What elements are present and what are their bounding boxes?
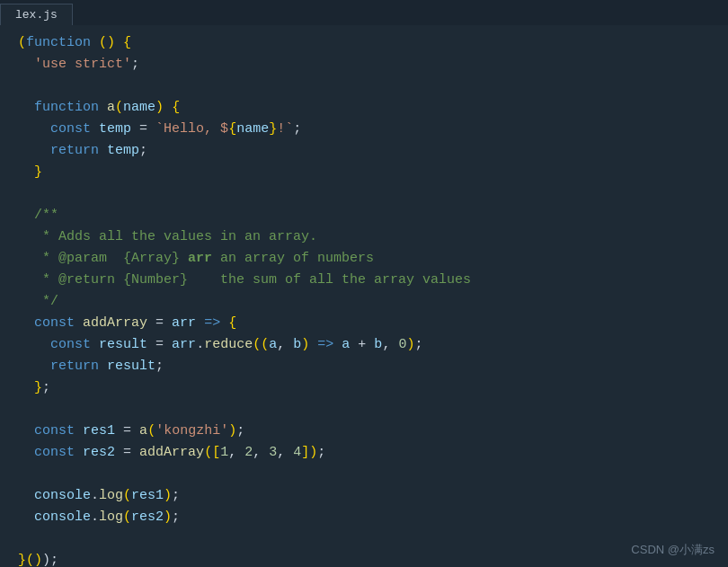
tab-filename: lex.js — [15, 8, 58, 22]
tab-bar: lex.js — [0, 0, 728, 25]
code-line — [0, 528, 728, 550]
code-line: * Adds all the values in an array. — [0, 226, 728, 248]
code-line — [0, 464, 728, 485]
code-line: const res2 = addArray([1, 2, 3, 4]); — [0, 442, 728, 464]
code-line: }()); — [0, 550, 728, 567]
code-line: }; — [0, 377, 728, 399]
code-line — [0, 399, 728, 421]
code-line: return result; — [0, 356, 728, 377]
code-line: const result = arr.reduce((a, b) => a + … — [0, 334, 728, 356]
code-line: * @return {Number} the sum of all the ar… — [0, 270, 728, 291]
code-line: * @param {Array} arr an array of numbers — [0, 248, 728, 270]
code-line: const temp = `Hello, ${name}!`; — [0, 119, 728, 140]
code-line: /** — [0, 205, 728, 226]
code-line: } — [0, 162, 728, 183]
code-line — [0, 183, 728, 205]
code-line: function a(name) { — [0, 97, 728, 119]
code-line: */ — [0, 291, 728, 313]
watermark: CSDN @小满zs — [631, 542, 715, 558]
file-tab[interactable]: lex.js — [0, 4, 73, 25]
code-line: const addArray = arr => { — [0, 313, 728, 334]
code-area[interactable]: (function () { 'use strict'; function a(… — [0, 25, 728, 567]
code-line: return temp; — [0, 140, 728, 162]
code-line: (function () { — [0, 32, 728, 54]
code-line: 'use strict'; — [0, 54, 728, 75]
code-line: console.log(res2); — [0, 507, 728, 528]
code-line — [0, 75, 728, 97]
code-line: const res1 = a('kongzhi'); — [0, 421, 728, 442]
editor-container: lex.js (function () { 'use strict'; func… — [0, 0, 728, 567]
code-line: console.log(res1); — [0, 485, 728, 507]
